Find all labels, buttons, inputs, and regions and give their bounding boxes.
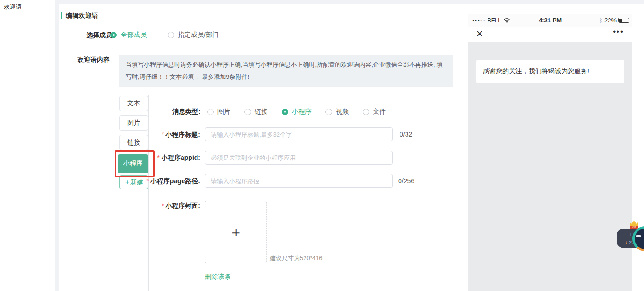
radio-msgtype-link[interactable]: 链接 (244, 108, 268, 116)
radio-unselected-icon[interactable] (363, 109, 369, 115)
required-asterisk: * (146, 177, 149, 185)
miniprogram-appid-input[interactable] (205, 151, 393, 165)
radio-specified-members[interactable]: 指定成员/部门 (168, 31, 219, 39)
close-icon[interactable]: ✕ (476, 28, 483, 39)
bluetooth-icon: ᛒ (599, 17, 603, 24)
net-speed-widget[interactable]: VIP ↑ 0K/s ↓ 2.1K/s (617, 229, 644, 248)
required-asterisk: * (162, 202, 164, 209)
miniprogram-title-label-text: 小程序标题: (165, 131, 200, 138)
title-char-counter: 0/32 (400, 131, 412, 138)
miniprogram-cover-label-text: 小程序封面: (165, 202, 200, 209)
upload-arrow-icon: ↑ (630, 232, 632, 237)
radio-msgtype-file[interactable]: 文件 (363, 108, 386, 116)
welcome-message-bubble: 感谢您的关注，我们将竭诚为您服务! (476, 60, 624, 83)
cover-upload-box[interactable]: ＋ (205, 201, 267, 263)
message-type-label: 消息类型: (172, 108, 201, 116)
page-title: 编辑欢迎语 (66, 12, 98, 20)
more-menu-icon[interactable]: ••• (613, 27, 624, 36)
member-select-group: 全部成员 指定成员/部门 (110, 31, 240, 39)
downloader-logo-inner (635, 229, 644, 249)
msgtype-file-label: 文件 (373, 108, 386, 116)
sidebar-item-welcome-message[interactable]: 欢迎语 (4, 3, 22, 11)
phone-preview: ●●●○○ BELL 4:21 PM ᛒ 22% ✕ ••• 感谢您的关注，我们… (468, 14, 632, 291)
radio-msgtype-miniprogram[interactable]: 小程序 (282, 108, 312, 116)
content-label: 欢迎语内容 (77, 56, 110, 64)
radio-selected-icon[interactable] (282, 109, 288, 115)
radio-selected-icon[interactable] (110, 32, 117, 38)
member-select-label: 选择成员 (86, 31, 112, 40)
tab-link-label: 链接 (127, 139, 140, 147)
sidebar: 欢迎语 (0, 0, 55, 291)
required-asterisk: * (157, 154, 160, 161)
radio-unselected-icon[interactable] (244, 109, 251, 115)
msgtype-image-label: 图片 (217, 108, 230, 116)
status-right-cluster: ᛒ 22% (599, 17, 629, 24)
miniprogram-path-label: *小程序page路径: (77, 177, 200, 186)
delete-entry-link[interactable]: 删除该条 (205, 273, 231, 281)
path-char-counter: 0/256 (398, 177, 414, 185)
radio-msgtype-video[interactable]: 视频 (325, 108, 349, 116)
tab-text[interactable]: 文本 (119, 96, 148, 111)
cover-size-hint: 建议尺寸为520*416 (270, 254, 322, 263)
miniprogram-path-label-text: 小程序page路径: (150, 177, 200, 185)
heading-accent-bar (61, 12, 62, 19)
notice-banner: 当填写小程序信息时请务必确认小程序正确,当填写小程序信息不正确时,所配置的欢迎语… (119, 55, 453, 87)
downloader-logo-dash (636, 235, 641, 237)
radio-unselected-icon[interactable] (325, 109, 332, 115)
miniprogram-title-label: *小程序标题: (77, 131, 200, 139)
miniprogram-appid-label-text: 小程序appid: (161, 154, 200, 161)
required-asterisk: * (162, 131, 164, 138)
miniprogram-cover-label: *小程序封面: (77, 202, 200, 210)
radio-all-members[interactable]: 全部成员 (110, 31, 147, 39)
battery-icon (618, 18, 629, 23)
phone-nav-bar: ✕ ••• (468, 27, 632, 42)
phone-status-bar: ●●●○○ BELL 4:21 PM ᛒ 22% (468, 14, 632, 27)
msgtype-miniprogram-label: 小程序 (292, 108, 312, 116)
speed-pill[interactable]: ↑ 0K/s ↓ 2.1K/s (617, 229, 644, 248)
radio-msgtype-image[interactable]: 图片 (207, 108, 230, 116)
msgtype-link-label: 链接 (255, 108, 268, 116)
radio-specified-members-label: 指定成员/部门 (178, 31, 219, 39)
plus-icon: ＋ (229, 225, 243, 239)
download-arrow-icon: ↓ (625, 240, 628, 245)
miniprogram-title-input[interactable] (205, 127, 393, 141)
page: 欢迎语 编辑欢迎语 选择成员 全部成员 指定成员/部门 欢迎语内容 当填写小程序… (0, 0, 644, 291)
miniprogram-appid-label: *小程序appid: (77, 154, 200, 162)
message-type-group: 消息类型: 图片 链接 小程序 视频 文件 (172, 108, 400, 116)
battery-percent: 22% (604, 17, 617, 24)
radio-unselected-icon[interactable] (207, 109, 214, 115)
miniprogram-path-input[interactable] (205, 174, 393, 188)
radio-unselected-icon[interactable] (168, 32, 174, 38)
tab-image-label: 图片 (127, 119, 140, 127)
tab-image[interactable]: 图片 (119, 115, 148, 131)
tab-text-label: 文本 (127, 99, 140, 108)
radio-all-members-label: 全部成员 (121, 31, 147, 39)
msgtype-video-label: 视频 (336, 108, 349, 116)
